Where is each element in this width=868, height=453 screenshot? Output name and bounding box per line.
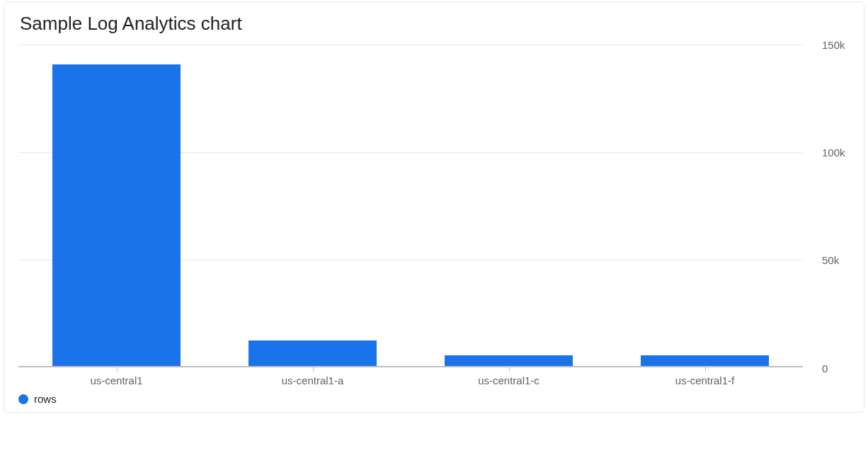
bar[interactable] [249, 340, 376, 366]
chart-area: 150k100k50k0 us-central1us-central1-aus-… [4, 45, 864, 383]
chart-title: Sample Log Analytics chart [4, 2, 864, 45]
chart-card: Sample Log Analytics chart 150k100k50k0 … [4, 1, 864, 413]
x-tick-label: us-central1-a [282, 374, 344, 386]
y-tick-label: 150k [822, 39, 845, 51]
x-tick-mark [705, 367, 706, 372]
x-tick-label: us-central1-c [478, 374, 539, 386]
x-tick-label: us-central1-f [675, 374, 734, 386]
bar[interactable] [641, 355, 768, 366]
bar[interactable] [52, 64, 180, 366]
x-tick-label: us-central1 [90, 374, 142, 386]
x-tick-mark [117, 367, 118, 372]
plot-area: 150k100k50k0 [18, 45, 803, 367]
x-tick-mark [313, 367, 314, 372]
y-tick-label: 50k [822, 254, 839, 266]
legend: rows [4, 383, 864, 412]
y-tick-label: 0 [822, 362, 828, 374]
legend-swatch-icon [18, 394, 28, 404]
legend-label: rows [34, 393, 57, 405]
y-tick-label: 100k [822, 147, 845, 159]
x-tick-mark [509, 367, 510, 372]
x-axis: us-central1us-central1-aus-central1-cus-… [18, 367, 803, 384]
gridline [18, 45, 803, 45]
bar[interactable] [445, 355, 572, 366]
